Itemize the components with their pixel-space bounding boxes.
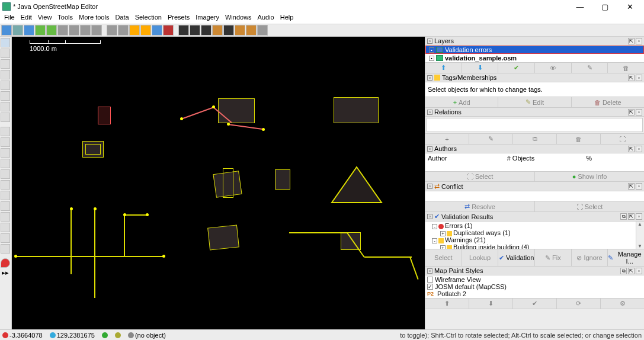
panel-cset-btn[interactable] bbox=[1, 233, 10, 243]
mode-zoom[interactable] bbox=[1, 70, 10, 79]
menu-more-tools[interactable]: More tools bbox=[77, 13, 111, 24]
tool-undo[interactable] bbox=[57, 25, 68, 36]
val-fix-button[interactable]: ✎Fix bbox=[535, 249, 572, 266]
val-manage-button[interactable]: ✎Manage I... bbox=[608, 249, 644, 266]
edit-tag-button[interactable]: ✎Edit bbox=[498, 97, 571, 107]
pin-icon[interactable]: ⇱ bbox=[628, 183, 635, 190]
paint-activate-button[interactable]: ✔ bbox=[513, 299, 557, 309]
mode-draw[interactable] bbox=[1, 59, 10, 69]
panel-layers-btn[interactable] bbox=[1, 127, 10, 136]
close-panel-icon[interactable]: ▫ bbox=[636, 146, 642, 152]
tool-info[interactable] bbox=[223, 25, 234, 36]
collapse-icon[interactable]: ▫ bbox=[427, 39, 432, 44]
tool-train[interactable] bbox=[201, 25, 212, 36]
tool-factory[interactable] bbox=[257, 25, 268, 36]
menu-edit[interactable]: Edit bbox=[19, 13, 34, 24]
undock-icon[interactable]: ⧉ bbox=[620, 268, 627, 274]
tool-building[interactable] bbox=[212, 25, 223, 36]
tool-car[interactable] bbox=[178, 25, 189, 36]
menu-view[interactable]: View bbox=[36, 13, 54, 24]
tool-open[interactable] bbox=[12, 25, 23, 36]
maximize-button[interactable]: ▢ bbox=[598, 2, 612, 11]
tree-scrollbar[interactable] bbox=[636, 222, 644, 249]
collapse-icon[interactable]: ▫ bbox=[427, 146, 432, 152]
paint-down-button[interactable]: ⬇ bbox=[469, 299, 513, 309]
mode-parallel[interactable] bbox=[1, 102, 10, 111]
collapse-icon[interactable]: ▫ bbox=[427, 184, 432, 189]
tool-download[interactable] bbox=[35, 25, 46, 36]
close-panel-icon[interactable]: ▫ bbox=[636, 75, 642, 81]
collapse-icon[interactable]: ▫ bbox=[427, 110, 432, 115]
conflict-select-button[interactable]: ⛶Select bbox=[535, 201, 644, 211]
col-pct[interactable]: % bbox=[586, 155, 642, 162]
panel-cmd-btn[interactable] bbox=[1, 169, 10, 179]
mode-delete[interactable] bbox=[1, 81, 10, 90]
close-panel-icon[interactable]: ▫ bbox=[636, 213, 642, 220]
mode-play[interactable]: ▸▸ bbox=[1, 269, 10, 278]
expand-icon[interactable]: • bbox=[429, 47, 434, 53]
layer-activate-button[interactable]: ✔ bbox=[498, 63, 535, 73]
paint-config-button[interactable]: ⚙ bbox=[601, 299, 644, 309]
pin-icon[interactable]: ⇱ bbox=[628, 38, 635, 44]
pin-icon[interactable]: ⇱ bbox=[628, 213, 635, 220]
close-panel-icon[interactable]: ▫ bbox=[636, 109, 642, 116]
delete-tag-button[interactable]: 🗑Delete bbox=[572, 97, 644, 107]
tree-errors[interactable]: -Errors (1) bbox=[427, 222, 642, 229]
mode-pin[interactable] bbox=[1, 258, 10, 268]
tree-errors-dup[interactable]: +Duplicated ways (1) bbox=[427, 229, 642, 236]
close-button[interactable]: ✕ bbox=[623, 2, 637, 11]
val-lookup-button[interactable]: Lookup bbox=[462, 249, 499, 266]
tool-bus[interactable] bbox=[190, 25, 200, 36]
tool-bar2[interactable] bbox=[140, 25, 151, 36]
pin-icon[interactable]: ⇱ bbox=[628, 268, 635, 274]
authors-info-button[interactable]: ●Show Info bbox=[535, 172, 644, 181]
close-panel-icon[interactable]: ▫ bbox=[636, 183, 642, 190]
rel-sel-button[interactable]: ⛶ bbox=[601, 134, 644, 144]
paint-josm-default[interactable]: ✓JOSM default (MapCSS) bbox=[427, 283, 642, 290]
tool-upload[interactable] bbox=[46, 25, 57, 36]
conflict-list[interactable] bbox=[425, 191, 644, 201]
mode-select[interactable] bbox=[1, 38, 10, 47]
menu-imagery[interactable]: Imagery bbox=[194, 13, 221, 24]
undock-icon[interactable]: ⧉ bbox=[620, 213, 627, 220]
layer-visibility-button[interactable]: 👁 bbox=[535, 63, 572, 73]
menu-presets[interactable]: Presets bbox=[166, 13, 191, 24]
tool-shop[interactable] bbox=[246, 25, 257, 36]
tool-food[interactable] bbox=[235, 25, 245, 36]
layer-up-button[interactable]: ⬆ bbox=[425, 63, 462, 73]
menu-windows[interactable]: Windows bbox=[223, 13, 254, 24]
menu-audio[interactable]: Audio bbox=[256, 13, 276, 24]
close-panel-icon[interactable]: ▫ bbox=[636, 268, 642, 274]
add-tag-button[interactable]: +Add bbox=[425, 97, 498, 107]
validation-tree[interactable]: -Errors (1) +Duplicated ways (1) -Warnin… bbox=[425, 222, 644, 249]
rel-edit-button[interactable]: ✎ bbox=[469, 134, 513, 144]
pin-icon[interactable]: ⇱ bbox=[628, 75, 635, 81]
tool-redo[interactable] bbox=[69, 25, 79, 36]
panel-tags-btn[interactable] bbox=[1, 137, 10, 147]
paint-wireframe[interactable]: Wireframe View bbox=[427, 276, 642, 283]
layer-opacity-button[interactable]: ✎ bbox=[572, 63, 608, 73]
authors-select-button[interactable]: ⛶Select bbox=[425, 172, 535, 181]
panel-val-btn[interactable] bbox=[1, 212, 10, 222]
collapse-icon[interactable]: ▫ bbox=[427, 268, 432, 274]
menu-help[interactable]: Help bbox=[278, 13, 296, 24]
relations-list[interactable] bbox=[427, 118, 643, 132]
minimize-button[interactable]: — bbox=[573, 2, 587, 11]
panel-auth-btn[interactable] bbox=[1, 180, 10, 190]
paint-reload-button[interactable]: ⟳ bbox=[557, 299, 601, 309]
col-author[interactable]: Author bbox=[428, 155, 483, 162]
tool-grid2[interactable] bbox=[118, 25, 129, 36]
pin-icon[interactable]: ⇱ bbox=[628, 109, 635, 116]
layer-osm-file[interactable]: • validation_sample.osm bbox=[425, 54, 644, 62]
tool-search[interactable] bbox=[80, 25, 91, 36]
val-validation-button[interactable]: ✔Validation bbox=[498, 249, 535, 266]
layer-delete-button[interactable]: 🗑 bbox=[608, 63, 644, 73]
mode-lasso[interactable] bbox=[1, 49, 10, 58]
rel-del-button[interactable]: 🗑 bbox=[557, 134, 601, 144]
menu-tools[interactable]: Tools bbox=[56, 13, 75, 24]
tool-flag[interactable] bbox=[163, 25, 174, 36]
resolve-button[interactable]: ⇄Resolve bbox=[425, 201, 535, 211]
paint-up-button[interactable]: ⬆ bbox=[425, 299, 469, 309]
panel-filt-btn[interactable] bbox=[1, 223, 10, 232]
collapse-icon[interactable]: ▫ bbox=[427, 214, 432, 219]
